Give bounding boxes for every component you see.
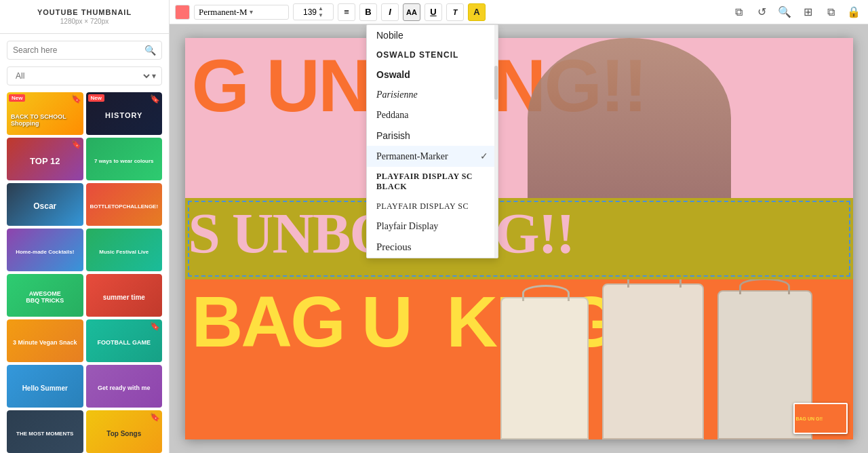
bookmark-icon: 🔖 <box>150 412 160 422</box>
list-item[interactable]: New 🔖 BACK TO SCHOOL Shopping <box>7 92 83 135</box>
bookmark-icon: 🔖 <box>150 321 160 331</box>
text-case-button[interactable]: T <box>446 3 464 21</box>
canvas-area[interactable]: G UN XING!! S UNBOXING!! BAG U KING!! <box>170 24 868 453</box>
font-item-peddana[interactable]: Peddana <box>367 105 498 125</box>
list-item[interactable]: Music Festival Live <box>86 229 163 271</box>
list-item[interactable]: Oscar <box>7 183 83 226</box>
font-item-precious[interactable]: Precious <box>367 237 498 258</box>
color-swatch[interactable] <box>175 5 190 20</box>
top-band: G UN XING!! <box>185 38 853 198</box>
refresh-icon[interactable]: ↺ <box>753 3 770 21</box>
font-size-input[interactable] <box>296 7 317 17</box>
search-icon[interactable]: 🔍 <box>776 3 793 21</box>
font-item-oswald-stencil[interactable]: OSWALD STENCIL <box>367 45 498 64</box>
highlight-button[interactable]: A <box>468 3 486 21</box>
bookmark-icon: 🔖 <box>71 94 81 104</box>
list-item[interactable]: 3 Minute Vegan Snack <box>7 319 83 362</box>
mini-preview: BAG UN G!! <box>793 403 848 434</box>
app-title: YOUTUBE THUMBNAIL <box>8 8 161 16</box>
font-dropdown-button[interactable]: Permanent-M ▾ <box>194 5 289 20</box>
list-item[interactable]: AWESOME BBQ TRICKS <box>7 274 83 317</box>
chevron-down-icon: ▾ <box>152 71 156 81</box>
bottom-band: BAG U KING!! <box>185 279 853 439</box>
copy-icon[interactable]: ⧉ <box>730 3 747 21</box>
new-badge: New <box>9 94 25 102</box>
list-item[interactable]: 🔖 TOP 12 <box>7 138 83 180</box>
list-item[interactable]: THE MOST MOMENTS <box>7 410 83 453</box>
new-badge: New <box>88 94 104 102</box>
font-item-nobile[interactable]: Nobile <box>367 25 498 45</box>
underline-button[interactable]: U <box>425 3 442 21</box>
mini-preview-text: BAG UN G!! <box>796 416 823 421</box>
font-size-up-icon[interactable]: ▲ <box>318 5 323 12</box>
list-item[interactable]: summer time <box>86 274 163 317</box>
list-item[interactable]: Hello Summer <box>7 365 83 408</box>
bookmark-icon: 🔖 <box>150 94 160 104</box>
bold-button[interactable]: B <box>359 3 377 21</box>
list-item[interactable]: New 🔖 HISTORY <box>86 92 163 135</box>
font-dropdown-popup: Nobile OSWALD STENCIL Oswald Parisienne … <box>366 24 498 258</box>
lock-icon[interactable]: 🔒 <box>845 3 863 21</box>
font-item-parisienne[interactable]: Parisienne <box>367 85 498 105</box>
list-item[interactable]: Home-made Cocktails! <box>7 229 83 271</box>
font-item-playfair-display[interactable]: Playfair Display <box>367 216 498 237</box>
list-item[interactable]: 🔖 Top Songs <box>86 410 163 453</box>
filter-select[interactable]: All New Featured <box>13 71 152 81</box>
woman-figure <box>528 38 731 198</box>
font-size-field: ▲ ▼ <box>293 3 334 20</box>
main-area: Permanent-M ▾ ▲ ▼ ≡ B I AA U T A ⧉ ↺ 🔍 ⊞… <box>170 0 868 453</box>
font-item-parisish[interactable]: Parisish <box>367 125 498 146</box>
list-item[interactable]: 7 ways to wear colours <box>86 138 163 180</box>
app-dimensions: 1280px × 720px <box>8 18 161 25</box>
search-bar[interactable]: 🔍 <box>7 41 162 60</box>
toolbar: Permanent-M ▾ ▲ ▼ ≡ B I AA U T A ⧉ ↺ 🔍 ⊞… <box>170 0 868 24</box>
thumbnail-grid: New 🔖 BACK TO SCHOOL Shopping New 🔖 HIST… <box>0 92 169 453</box>
layers-icon[interactable]: ⧉ <box>822 3 840 21</box>
font-item-playfair-sc[interactable]: PLAYFAIR DISPLAY SC <box>367 197 498 216</box>
selected-check-icon: ✓ <box>480 151 488 162</box>
filter-bar[interactable]: All New Featured ▾ <box>7 66 162 85</box>
font-item-permanent-marker[interactable]: Permanent-Marker ✓ <box>367 146 498 167</box>
list-item[interactable]: BOTTLETOPCHALLENGE! <box>86 183 163 226</box>
font-item-oswald[interactable]: Oswald <box>367 64 498 85</box>
grid-icon[interactable]: ⊞ <box>799 3 816 21</box>
font-item-playfair-sc-black[interactable]: PLAYFAIR DISPLAY SC BLACK <box>367 167 498 197</box>
sidebar-header: YOUTUBE THUMBNAIL 1280px × 720px <box>0 0 169 34</box>
scrollbar-thumb[interactable] <box>494 66 498 100</box>
middle-band: S UNBOXING!! <box>185 198 853 279</box>
search-input[interactable] <box>13 45 144 55</box>
aa-button[interactable]: AA <box>403 3 420 21</box>
list-item[interactable]: 🔖 FOOTBALL GAME <box>86 319 163 362</box>
font-name-label: Permanent-M <box>199 7 247 18</box>
align-button[interactable]: ≡ <box>338 3 355 21</box>
canvas[interactable]: G UN XING!! S UNBOXING!! BAG U KING!! <box>185 38 853 439</box>
toolbar-right: ⧉ ↺ 🔍 ⊞ ⧉ 🔒 <box>730 3 863 21</box>
font-size-down-icon[interactable]: ▼ <box>318 12 323 18</box>
list-item[interactable]: Get ready with me <box>86 365 163 408</box>
scrollbar-track <box>494 25 498 258</box>
bookmark-icon: 🔖 <box>71 140 81 149</box>
chevron-down-icon: ▾ <box>250 8 253 16</box>
italic-button[interactable]: I <box>381 3 399 21</box>
sidebar: YOUTUBE THUMBNAIL 1280px × 720px 🔍 All N… <box>0 0 170 453</box>
search-icon[interactable]: 🔍 <box>144 45 156 56</box>
